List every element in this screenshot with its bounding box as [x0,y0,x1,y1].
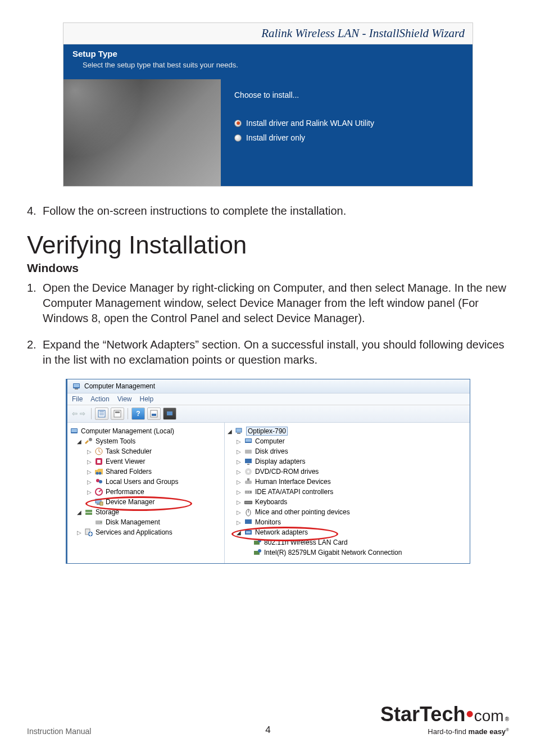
collapse-icon[interactable]: ◢ [227,428,233,434]
tree-item-keyboards[interactable]: ▷ Keyboards [227,497,467,507]
svg-point-16 [99,472,102,475]
radio-install-driver-only[interactable]: Install driver only [234,133,459,142]
tree-item-display-adapters[interactable]: ▷ Display adapters [227,456,467,467]
tree-label: Human Interface Devices [255,478,331,486]
expand-icon[interactable]: ▷ [236,509,242,515]
event-icon [94,457,103,466]
svg-rect-10 [71,429,77,432]
window-titlebar: Computer Management [67,379,470,393]
tree-item-computer-management-local[interactable]: Computer Management (Local) [70,426,222,436]
tree-label: Computer [255,437,285,445]
tree-item-intel-gigabit[interactable]: Intel(R) 82579LM Gigabit Network Connect… [227,547,467,558]
tree-item-disk-drives[interactable]: ▷ Disk drives [227,446,467,456]
expand-icon[interactable]: ▷ [87,459,92,465]
brand-text: StarTech [380,703,465,726]
expand-icon[interactable]: ▷ [236,459,242,465]
brand-tagline: Hard-to-find made easy® [380,727,509,736]
toolbar-button[interactable] [147,408,161,420]
collapse-icon[interactable]: ◢ [76,438,82,445]
expand-icon[interactable]: ▷ [236,519,242,526]
tree-item-local-users-groups[interactable]: ▷ Local Users and Groups [70,477,222,487]
disk-icon [244,447,253,456]
tree-label: Optiplex-790 [248,427,286,435]
footer-manual-label: Instruction Manual [27,727,91,736]
tree-item-services-applications[interactable]: ▷ Services and Applications [70,527,222,537]
setup-type-subtitle: Select the setup type that best suits yo… [72,61,464,69]
back-icon[interactable]: ⇦ [72,410,78,418]
highlight-circle-device-manager [85,496,192,511]
tree-item-performance[interactable]: ▷ Performance [70,487,222,497]
radio-label: Install driver only [246,133,305,142]
tree-item-hid[interactable]: ▷ Human Interface Devices [227,477,467,487]
svg-rect-50 [245,519,252,524]
tree-label: Intel(R) 82579LM Gigabit Network Connect… [264,549,402,556]
svg-rect-31 [236,428,242,432]
tree-item-mice[interactable]: ▷ Mice and other pointing devices [227,507,467,517]
services-icon [84,528,93,537]
help-icon[interactable]: ? [131,408,145,420]
brand-com: com [474,707,504,725]
registered-icon: ® [505,716,509,722]
svg-rect-32 [237,433,240,434]
storage-icon [84,508,93,517]
tree-label: Computer Management (Local) [81,427,174,435]
tree-item-shared-folders[interactable]: ▷ Shared Folders [70,467,222,477]
step-2: 2. Expand the “Network Adapters” section… [27,337,509,368]
tree-item-system-tools[interactable]: ◢ System Tools [70,436,222,446]
expand-icon[interactable]: ▷ [87,449,92,455]
toolbar-button[interactable] [163,408,176,420]
svg-point-26 [101,522,102,523]
tree-item-event-viewer[interactable]: ▷ Event Viewer [70,456,222,467]
app-icon [72,382,81,391]
collapse-icon[interactable]: ◢ [76,509,82,515]
tree-item-task-scheduler[interactable]: ▷ Task Scheduler [70,446,222,456]
svg-point-39 [247,470,249,473]
step-4: 4. Follow the on-screen instructions to … [27,203,509,219]
tree-label: Services and Applications [96,528,172,536]
svg-rect-37 [247,464,249,465]
tree-item-computer[interactable]: ▷ Computer [227,436,467,446]
svg-rect-35 [245,450,252,454]
tree-label: Shared Folders [106,468,152,476]
expand-icon[interactable]: ▷ [236,438,242,445]
forward-icon[interactable]: ⇨ [80,410,85,418]
tree-label: Event Viewer [106,458,145,465]
svg-rect-30 [89,533,92,535]
step-number: 1. [27,280,43,326]
svg-rect-36 [245,459,252,463]
tree-item-disk-management[interactable]: Disk Management [70,517,222,527]
tree-item-computer-root[interactable]: ◢ Optiplex-790 [227,426,467,436]
menu-file[interactable]: File [72,395,83,403]
expand-icon[interactable]: ▷ [236,469,242,475]
tree-label: Performance [106,488,144,496]
installer-dialog: Ralink Wireless LAN - InstallShield Wiza… [63,22,473,187]
tree-item-dvd-drives[interactable]: ▷ DVD/CD-ROM drives [227,467,467,477]
toolbar-button[interactable] [95,408,108,420]
expand-icon[interactable]: ▷ [236,449,242,455]
expand-icon[interactable]: ▷ [236,489,242,495]
radio-icon [234,120,242,127]
toolbar-button[interactable] [111,408,124,420]
radio-install-driver-utility[interactable]: Install driver and Ralink WLAN Utility [234,119,459,128]
svg-point-56 [258,549,261,553]
computer-icon [235,427,244,436]
step-number: 2. [27,337,43,368]
expand-icon[interactable]: ▷ [87,479,92,485]
expand-icon[interactable]: ▷ [236,479,242,485]
svg-rect-40 [245,481,252,484]
expand-icon[interactable]: ▷ [236,499,242,505]
tree-item-monitors[interactable]: ▷ Monitors [227,517,467,527]
expand-icon[interactable]: ▷ [76,529,82,536]
menu-action[interactable]: Action [90,395,109,403]
svg-rect-41 [247,478,249,481]
expand-icon[interactable]: ▷ [87,489,92,495]
svg-point-18 [99,480,102,483]
menu-view[interactable]: View [117,395,132,403]
menu-help[interactable]: Help [140,395,154,403]
radio-icon [234,134,242,142]
tree-item-ide-controllers[interactable]: ▷ IDE ATA/ATAPI controllers [227,487,467,497]
step-number: 4. [27,203,43,219]
expand-icon[interactable]: ▷ [87,469,92,475]
svg-rect-43 [246,491,247,493]
svg-rect-47 [245,501,252,504]
